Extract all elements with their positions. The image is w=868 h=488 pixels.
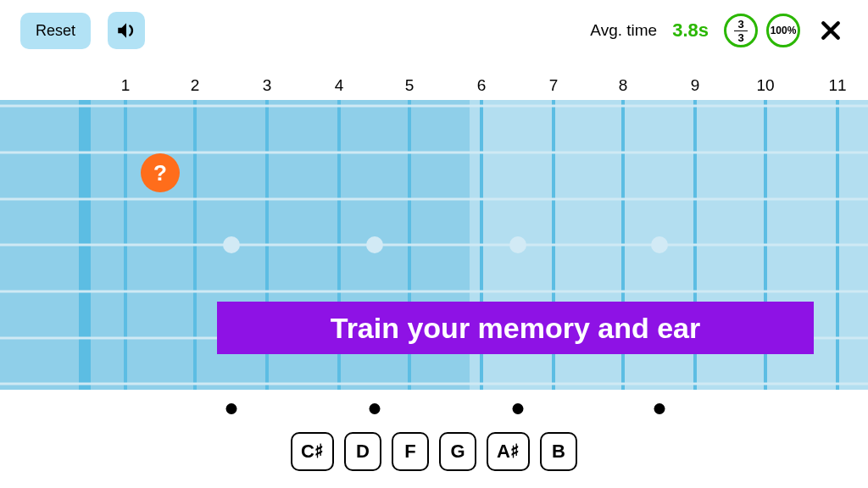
string-line xyxy=(0,244,868,247)
fret-number: 11 xyxy=(828,76,846,95)
reset-button[interactable]: Reset xyxy=(20,13,91,49)
fret-marker-dots xyxy=(0,403,868,417)
fretboard-inlay xyxy=(223,236,240,253)
fretboard-inlay xyxy=(651,236,668,253)
avg-time-label: Avg. time xyxy=(590,21,657,40)
answer-button[interactable]: A♯ xyxy=(487,432,530,471)
fret-dot-indicator xyxy=(654,403,665,414)
answer-button-row: C♯DFGA♯B xyxy=(0,432,868,471)
answer-button[interactable]: F xyxy=(392,432,429,471)
string-line xyxy=(0,383,868,385)
score-badge: 3 3 xyxy=(724,14,758,47)
answer-button[interactable]: D xyxy=(344,432,381,471)
close-icon xyxy=(818,18,843,43)
string-line xyxy=(0,152,868,154)
fret-dot-indicator xyxy=(512,403,523,414)
fret-number: 6 xyxy=(477,76,487,95)
fret-number: 7 xyxy=(549,76,559,95)
fret-number: 3 xyxy=(263,76,272,95)
string-line xyxy=(0,291,868,293)
question-marker: ? xyxy=(141,153,180,192)
string-line xyxy=(0,105,868,108)
fret-dot-indicator xyxy=(225,403,236,414)
top-bar: Reset Avg. time 3.8s 3 3 100% xyxy=(0,0,868,61)
close-button[interactable] xyxy=(814,14,848,47)
fret-number-row: 1234567891011 xyxy=(0,76,868,97)
fret-number: 8 xyxy=(619,76,628,95)
fret-number: 10 xyxy=(756,76,774,95)
fret-dot-indicator xyxy=(369,403,380,414)
fret-number: 2 xyxy=(191,76,200,95)
promo-banner: Train your memory and ear xyxy=(217,302,814,354)
avg-time-value: 3.8s xyxy=(672,19,709,42)
sound-button[interactable] xyxy=(108,12,145,49)
fret-number: 9 xyxy=(691,76,700,95)
fretboard-inlay xyxy=(366,236,383,253)
answer-button[interactable]: G xyxy=(439,432,476,471)
sound-icon xyxy=(115,19,137,42)
score-numerator: 3 xyxy=(734,19,747,31)
percent-badge: 100% xyxy=(766,14,800,47)
string-line xyxy=(0,198,868,201)
fretboard-inlay xyxy=(509,236,526,253)
score-denominator: 3 xyxy=(737,31,743,43)
fret-number: 1 xyxy=(121,76,131,95)
answer-button[interactable]: C♯ xyxy=(291,432,334,471)
fret-number: 4 xyxy=(335,76,344,95)
answer-button[interactable]: B xyxy=(540,432,577,471)
fret-number: 5 xyxy=(405,76,415,95)
